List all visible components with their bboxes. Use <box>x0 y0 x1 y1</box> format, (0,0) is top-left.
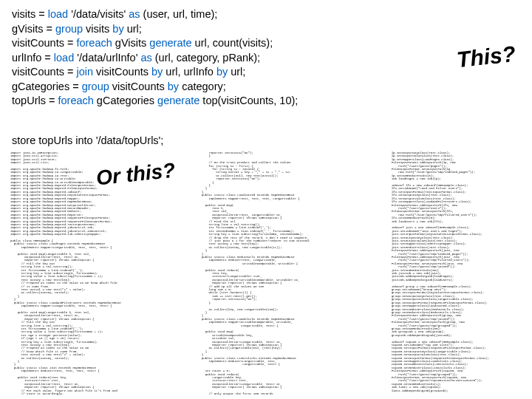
code-text: visits = <box>12 8 48 20</box>
keyword: by <box>151 66 163 78</box>
code-text: gCategories <box>94 95 157 106</box>
code-text: '/data/visits' <box>68 8 129 20</box>
code-line: visitCounts = foreach gVisits generate u… <box>12 36 298 51</box>
code-text: url, urlInfo <box>163 66 216 78</box>
keyword: group <box>82 81 109 92</box>
keyword: foreach <box>76 37 112 49</box>
code-text: visitCounts = <box>12 37 76 49</box>
code-text: top(visitCounts, 10); <box>200 95 298 106</box>
keyword: load <box>48 8 68 20</box>
keyword: foreach <box>58 95 93 106</box>
code-text: '/data/urlInfo' <box>74 52 140 64</box>
code-text: url, count(visits); <box>192 37 273 49</box>
keyword: generate <box>157 95 200 106</box>
keyword: by <box>216 66 228 78</box>
code-text: urlInfo = <box>12 52 54 64</box>
pig-latin-script: visits = load '/data/visits' as (user, u… <box>12 7 298 109</box>
java-code-column-1: import java.io.IOException; import java.… <box>10 151 191 395</box>
code-text: visitCounts <box>93 66 151 78</box>
code-text: gCategories = <box>12 81 82 92</box>
callout-this: This? <box>455 41 516 72</box>
code-line: visits = load '/data/visits' as (user, u… <box>12 7 298 22</box>
code-text: url; <box>228 66 245 78</box>
code-text: (url, category, pRank); <box>152 52 260 64</box>
keyword: as <box>129 8 140 20</box>
code-line: gVisits = group visits by url; <box>12 22 298 37</box>
keyword: by <box>112 23 123 35</box>
code-text: visitCounts <box>109 81 168 92</box>
keyword: group <box>55 23 83 35</box>
code-text: (user, url, time); <box>140 8 218 20</box>
keyword: generate <box>149 37 191 49</box>
code-line: gCategories = group visitCounts by categ… <box>12 80 298 95</box>
code-text: category; <box>179 81 226 92</box>
java-code-column-3: lp.setOutputKeyClass(Text.class); lp.set… <box>384 151 525 395</box>
keyword: load <box>54 52 74 64</box>
code-text: url; <box>124 23 142 35</box>
code-text: topUrls = <box>12 95 58 106</box>
keyword: join <box>76 66 93 78</box>
pig-store-line: store topUrls into '/data/topUrls'; <box>12 134 163 146</box>
code-text: gVisits <box>112 37 150 49</box>
code-text: gVisits = <box>12 23 55 35</box>
code-text: visitCounts = <box>12 66 76 78</box>
code-line: urlInfo = load '/data/urlInfo' as (url, … <box>12 51 298 66</box>
code-text: visits <box>83 23 112 35</box>
java-code-column-2: reporter.setStatus("OK"); } // Do the cr… <box>198 151 379 395</box>
keyword: as <box>140 52 151 64</box>
keyword: by <box>168 81 179 92</box>
code-line: topUrls = foreach gCategories generate t… <box>12 94 298 109</box>
code-line: visitCounts = join visitCounts by url, u… <box>12 65 298 80</box>
